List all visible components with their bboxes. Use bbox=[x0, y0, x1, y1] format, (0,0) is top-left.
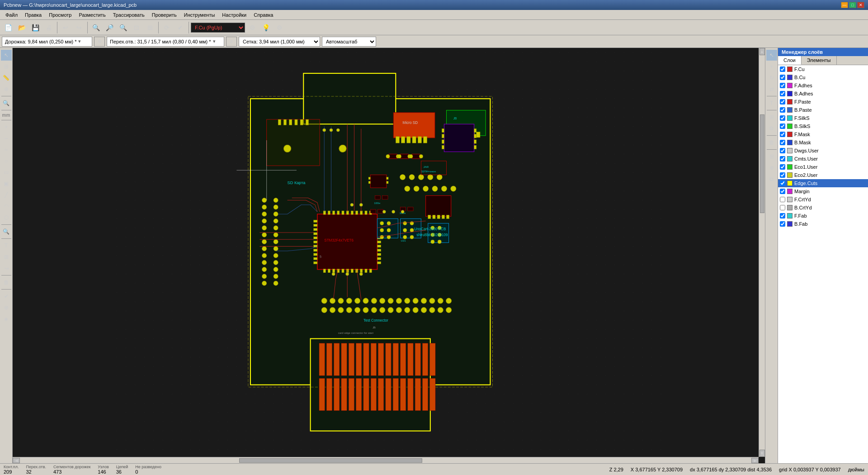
save-button[interactable]: 💾 bbox=[29, 21, 42, 34]
route-differential[interactable]: ≈ bbox=[1, 144, 12, 155]
menu-inspect[interactable]: Проверить bbox=[148, 11, 180, 19]
canvas-area[interactable]: Micro SD STM32F4x7VET6 bbox=[13, 48, 765, 463]
menu-file[interactable]: Файл bbox=[2, 11, 21, 19]
track-width-dropdown[interactable]: ▾ bbox=[78, 38, 81, 44]
add-component[interactable]: + bbox=[1, 122, 12, 133]
layer-checkbox-b-paste[interactable] bbox=[780, 107, 785, 113]
rt-delete[interactable]: 🗑 bbox=[766, 137, 777, 148]
layer-row-f-cu[interactable]: F.Cu bbox=[778, 65, 868, 73]
rt-properties[interactable]: ⚙ bbox=[766, 123, 777, 134]
layer-row-f-crtyd[interactable]: F.CrtYd bbox=[778, 195, 868, 204]
vscroll-track[interactable] bbox=[760, 55, 765, 450]
layer-row-dwgs-user[interactable]: Dwgs.User bbox=[778, 147, 868, 155]
zoom-area[interactable]: 🔍 bbox=[1, 226, 12, 237]
layer-row-b-cu[interactable]: B.Cu bbox=[778, 73, 868, 81]
add-rule-area[interactable]: ▣ bbox=[1, 178, 12, 189]
new-button[interactable]: 📄 bbox=[2, 21, 14, 34]
layer-row-eco1-user[interactable]: Eco1.User bbox=[778, 163, 868, 171]
layer-checkbox-eco2-user[interactable] bbox=[780, 172, 785, 178]
drc-button[interactable]: ✔ bbox=[174, 21, 187, 34]
layer-row-b-crtyd[interactable]: B.CrtYd bbox=[778, 204, 868, 212]
vscroll-up[interactable]: ▲ bbox=[760, 48, 765, 55]
maximize-button[interactable]: □ bbox=[849, 2, 856, 8]
update-button[interactable]: ⟳ bbox=[160, 21, 173, 34]
tab-layers[interactable]: Слои bbox=[778, 56, 802, 65]
track-width-field[interactable]: Дорожка: 9,84 мил (0,250 мм) * ▾ bbox=[2, 37, 92, 47]
interactive-router[interactable]: ↝ bbox=[1, 263, 12, 274]
via-size-dropdown[interactable]: ▾ bbox=[213, 38, 216, 44]
hscroll-right[interactable]: ▶ bbox=[751, 458, 759, 463]
menu-settings[interactable]: Настройки bbox=[218, 11, 250, 19]
close-button[interactable]: ✕ bbox=[857, 2, 864, 8]
pcb-board-view[interactable]: Micro SD STM32F4x7VET6 bbox=[13, 48, 765, 463]
settings-button[interactable]: ⚙ bbox=[273, 21, 286, 34]
layer-checkbox-dwgs-user[interactable] bbox=[780, 148, 785, 153]
layer-row-b-silks[interactable]: B.SilkS bbox=[778, 122, 868, 130]
route-track[interactable]: ∼ bbox=[1, 133, 12, 144]
layer-settings-button[interactable]: ⚙ bbox=[246, 21, 259, 34]
draw-arc[interactable]: ◠ bbox=[1, 201, 12, 212]
layer-row-b-adhes[interactable]: B.Adhes bbox=[778, 90, 868, 98]
layer-checkbox-f-fab[interactable] bbox=[780, 213, 785, 218]
vscroll-thumb[interactable] bbox=[760, 114, 764, 213]
layer-checkbox-f-mask[interactable] bbox=[780, 132, 785, 137]
measure-tool[interactable]: 📏 bbox=[1, 72, 12, 83]
layer-row-eco2-user[interactable]: Eco2.User bbox=[778, 171, 868, 179]
menu-help[interactable]: Справка bbox=[250, 11, 277, 19]
layer-row-b-fab[interactable]: B.Fab bbox=[778, 220, 868, 228]
layer-row-f-fab[interactable]: F.Fab bbox=[778, 212, 868, 220]
draw-polygon[interactable]: ⬡ bbox=[1, 212, 12, 223]
hscroll-left[interactable]: ◀ bbox=[13, 458, 20, 463]
menu-route[interactable]: Трассировать bbox=[109, 11, 148, 19]
rt-text[interactable]: T bbox=[766, 98, 777, 109]
layer-row-f-paste[interactable]: F.Paste bbox=[778, 98, 868, 106]
layer-checkbox-b-mask[interactable] bbox=[780, 140, 785, 145]
redo-button[interactable]: ↪ bbox=[73, 21, 85, 34]
layer-checkbox-eco1-user[interactable] bbox=[780, 164, 785, 170]
origin-tool[interactable]: ⊕ bbox=[1, 84, 12, 95]
menu-view[interactable]: Просмотр bbox=[45, 11, 75, 19]
rt-cursor[interactable]: ↖ bbox=[766, 50, 777, 61]
menu-place[interactable]: Разместить bbox=[75, 11, 109, 19]
zoom-in-button[interactable]: 🔎 bbox=[103, 21, 116, 34]
layer-selector[interactable]: F.Cu (PgUp) B.Cu bbox=[191, 23, 245, 33]
hscroll-thumb[interactable] bbox=[239, 458, 422, 463]
horizontal-scrollbar[interactable]: ◀ ▶ bbox=[13, 457, 759, 463]
layer-row-f-silks[interactable]: F.SilkS bbox=[778, 114, 868, 122]
hscroll-track[interactable] bbox=[20, 458, 751, 463]
zoom-custom-button[interactable]: ⊞ bbox=[144, 21, 156, 34]
layer-row-cmts-user[interactable]: Cmts.User bbox=[778, 155, 868, 163]
layer-checkbox-edge-cuts[interactable] bbox=[780, 180, 785, 186]
layer-row-b-paste[interactable]: B.Paste bbox=[778, 106, 868, 114]
layer-checkbox-f-crtyd[interactable] bbox=[780, 197, 785, 202]
grid-tool[interactable]: ⊞ bbox=[1, 61, 12, 72]
drc-tool[interactable]: ✔ bbox=[1, 291, 12, 302]
pad-tool[interactable]: ⊕ bbox=[1, 302, 12, 313]
vscroll-down[interactable]: ▼ bbox=[760, 450, 765, 457]
layer-checkbox-b-crtyd[interactable] bbox=[780, 205, 785, 210]
undo-button[interactable]: ↩ bbox=[59, 21, 72, 34]
layer-checkbox-f-silks[interactable] bbox=[780, 115, 785, 121]
layer-checkbox-b-cu[interactable] bbox=[780, 75, 785, 80]
search-button[interactable]: 🔍 bbox=[90, 21, 102, 34]
layer-checkbox-f-cu[interactable] bbox=[780, 66, 785, 72]
grid-selector[interactable]: Сетка: 3,94 мил (1,000 мм) bbox=[239, 37, 320, 47]
layer-checkbox-b-adhes[interactable] bbox=[780, 91, 785, 96]
rt-align[interactable]: ⊞ bbox=[766, 112, 777, 123]
zoom-fit-button[interactable]: ⊡ bbox=[130, 21, 143, 34]
zoom-selector[interactable]: Автомасштаб bbox=[322, 37, 376, 47]
layer-row-edge-cuts[interactable]: Edge.Cuts bbox=[778, 179, 868, 187]
menu-edit[interactable]: Правка bbox=[21, 11, 45, 19]
units-mm[interactable]: mm bbox=[2, 112, 10, 119]
delete-tool[interactable]: 🗑 bbox=[1, 277, 12, 288]
cursor-tool[interactable]: ↖ bbox=[1, 50, 12, 61]
rt-copy[interactable]: ⧉ bbox=[766, 174, 777, 185]
rt-rotate[interactable]: ↻ bbox=[766, 72, 777, 83]
layer-checkbox-f-adhes[interactable] bbox=[780, 83, 785, 88]
print-button[interactable]: 🖨 bbox=[42, 21, 55, 34]
layer-checkbox-cmts-user[interactable] bbox=[780, 156, 785, 162]
via-size-field[interactable]: Перех.отв.: 31,5 / 15,7 мил (0,80 / 0,40… bbox=[107, 37, 224, 47]
layer-row-f-mask[interactable]: F.Mask bbox=[778, 130, 868, 138]
layer-checkbox-margin[interactable] bbox=[780, 189, 785, 194]
add-via[interactable]: ○ bbox=[1, 156, 12, 166]
